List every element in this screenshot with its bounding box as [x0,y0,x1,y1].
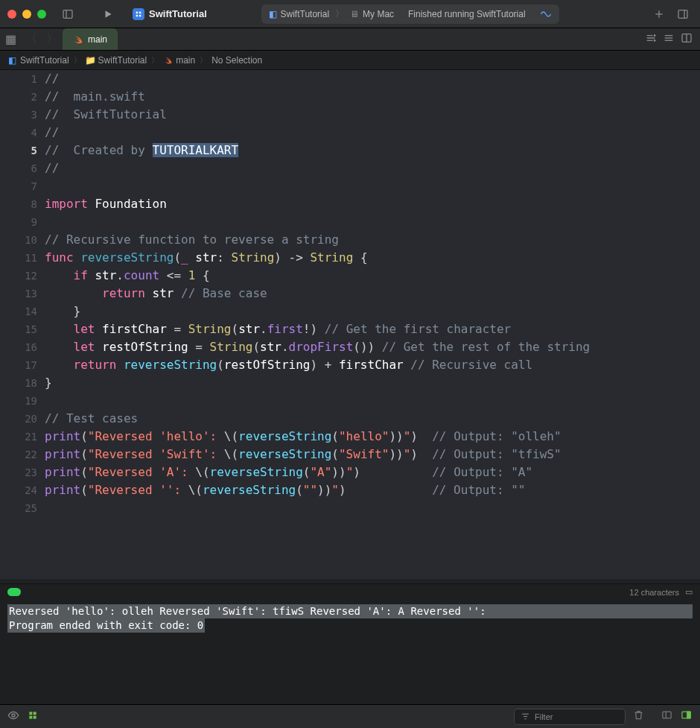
tab-main[interactable]: main [63,28,118,50]
add-editor-icon[interactable] [681,32,693,47]
debug-bar: Filter [0,704,700,728]
forward-button[interactable]: 〉 [42,31,63,47]
tab-label: main [88,34,107,45]
svg-rect-17 [34,712,36,715]
svg-rect-16 [29,712,32,715]
related-items-icon[interactable]: ▦ [0,32,21,46]
adjust-editor-icon[interactable] [645,32,657,47]
library-button[interactable] [673,4,693,24]
svg-rect-2 [136,11,139,13]
svg-rect-18 [29,715,32,718]
editor-options-icon[interactable] [663,32,675,47]
minimize-window-button[interactable] [22,10,31,19]
toggle-navigator-icon[interactable] [58,4,77,24]
breadcrumb-item[interactable]: 📁 SwiftTutorial [86,55,147,66]
visibility-icon[interactable] [7,709,19,724]
svg-rect-23 [662,712,670,718]
clear-console-icon[interactable] [631,709,645,724]
svg-rect-26 [687,712,690,718]
editor-status-row: 12 characters ▭ [0,583,700,600]
filter-placeholder: Filter [535,712,553,721]
mac-icon: 🖥 [350,9,359,19]
add-tab-button[interactable] [649,4,669,24]
app-icon [133,8,144,20]
breadcrumb-item[interactable]: ◧ SwiftTutorial [7,55,69,66]
console-output[interactable]: Reversed 'hello': olleh Reversed 'Swift'… [0,600,700,704]
project-name: SwiftTutorial [149,8,207,19]
destination-name: My Mac [363,9,394,19]
svg-rect-0 [63,10,72,18]
char-count: 12 characters [629,588,679,597]
activity-status[interactable]: ◧ SwiftTutorial 〉 🖥 My Mac Finished runn… [261,4,559,24]
scheme-name: SwiftTutorial [281,9,330,19]
panel-left-icon[interactable] [660,709,673,724]
scheme-icon: ◧ [269,9,277,19]
breadcrumb-item[interactable]: main [163,55,195,66]
svg-rect-8 [678,10,687,18]
run-indicator [7,588,21,596]
svg-point-15 [12,714,15,717]
activity-icon [540,8,552,20]
console-filter[interactable]: Filter [514,709,626,725]
folder-icon: 📁 [86,55,95,65]
window-controls [7,10,46,19]
svg-rect-4 [136,14,139,16]
code-editor[interactable]: 1234567891011121314151617181920212223242… [0,70,700,579]
svg-rect-5 [139,14,141,16]
close-window-button[interactable] [7,10,16,19]
swift-file-icon [163,55,173,65]
svg-rect-19 [34,715,36,718]
line-gutter: 1234567891011121314151617181920212223242… [0,70,45,579]
build-status: Finished running SwiftTutorial [408,9,526,19]
svg-rect-3 [139,11,141,13]
breakpoint-icon[interactable] [27,709,39,724]
minimap-toggle-icon[interactable]: ▭ [685,587,693,597]
breadcrumb-item[interactable]: No Selection [211,55,262,66]
maximize-window-button[interactable] [37,10,46,19]
project-icon: ◧ [7,55,17,65]
run-button[interactable] [98,4,118,24]
panel-right-icon[interactable] [679,709,693,724]
tab-bar: ▦ 〈 〉 main [0,28,700,51]
code-area[interactable]: //// main.swift// SwiftTutorial//// Crea… [45,70,700,579]
titlebar: SwiftTutorial ◧ SwiftTutorial 〉 🖥 My Mac… [0,0,700,28]
swift-file-icon [73,34,83,45]
back-button[interactable]: 〈 [21,31,42,47]
breadcrumb: ◧ SwiftTutorial 〉 📁 SwiftTutorial 〉 main… [0,51,700,70]
scheme-selector[interactable]: SwiftTutorial [127,7,213,22]
